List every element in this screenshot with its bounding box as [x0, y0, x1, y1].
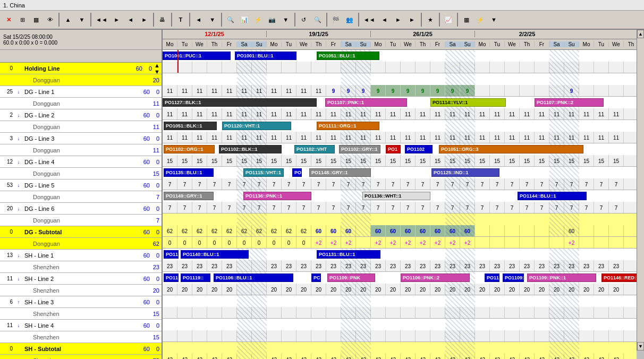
row-dg-line1-sub: Dongguan 11: [0, 98, 162, 109]
left-rows: 0 Holding Line 60 0 ▲▼ Dongguan 20 25 ↓ …: [0, 63, 162, 359]
search-button[interactable]: 🔍: [224, 12, 237, 27]
bar-po1109-s[interactable]: PO1109: [164, 273, 179, 282]
back3-button[interactable]: ◄: [378, 12, 391, 27]
up-button[interactable]: ▲: [62, 12, 74, 27]
gantt-scroll-area[interactable]: .wknd { background: repeating-linear-gra…: [163, 50, 637, 359]
grid-button[interactable]: ⊞: [16, 12, 29, 27]
bar-po1107-pnk2[interactable]: PO1107::PNK::2: [535, 98, 604, 107]
bar-po1107-pnk1[interactable]: PO1107::PNK::1: [325, 98, 407, 107]
bar-po11-s[interactable]: PO11: [485, 273, 499, 282]
row-dg-line2[interactable]: 2 ↓ DG - Line 2 60 0: [0, 109, 162, 121]
bar-po1119[interactable]: PO1119::: [181, 273, 210, 282]
bar-pc[interactable]: PC: [311, 273, 321, 282]
line-chart-button[interactable]: 📈: [442, 12, 455, 27]
bar-po1001-puc[interactable]: PO1001::PUC::1: [163, 52, 231, 60]
table-button[interactable]: ▦: [30, 12, 43, 27]
dropdown-button[interactable]: ▼: [206, 12, 219, 27]
down-button[interactable]: ▼: [75, 12, 88, 27]
bar-po1140-blu[interactable]: PO1140::BLU::1: [181, 250, 249, 259]
grid2-button[interactable]: ▦: [460, 12, 473, 27]
bar-po1106-pnk2[interactable]: PO1106::PNK::2: [401, 273, 470, 282]
bar-po1114-ylv[interactable]: PO1114::YLV::1: [430, 98, 506, 107]
bar-po1149-gry[interactable]: PO1149::GRY::1: [164, 192, 214, 200]
text-button[interactable]: T: [174, 12, 187, 27]
bar-po1106-blu[interactable]: PO1106::BLU::1: [214, 273, 293, 282]
fwd2-button[interactable]: ►: [392, 12, 405, 27]
row-dg-line5[interactable]: 53 ↓ DG - Line 5 60 0: [0, 180, 162, 191]
row-dg-line3[interactable]: 3 ↓ DG - Line 3 60 0: [0, 133, 162, 144]
back2-button[interactable]: ◄◄: [361, 12, 377, 27]
bar-po1102-gry[interactable]: PO1102::GRY::1: [339, 145, 380, 153]
bar-po1-red[interactable]: PO1: [386, 145, 401, 153]
row-sh-line3[interactable]: 6 ↑ SH - Line 3 60 0: [0, 296, 162, 308]
cam-dropdown[interactable]: ▼: [279, 12, 292, 27]
bar-po1051-org3[interactable]: PO1051::ORG::3: [439, 145, 583, 153]
main-container: Sat 15/2/25 08:00:00 60.0 x 0:00 x 0 = 0…: [0, 30, 644, 359]
row-sh-line2[interactable]: 11 ↓ SH - Line 2 60 0: [0, 273, 162, 285]
bar-po1135-blu[interactable]: PO1135::BLU::1: [164, 168, 214, 177]
bar-po-small[interactable]: PO: [292, 168, 302, 177]
star-button[interactable]: ★: [424, 12, 437, 27]
bar-po1115-vht[interactable]: PO1115::VHT::1: [243, 168, 284, 177]
row-holding-line[interactable]: 0 Holding Line 60 0 ▲▼: [0, 63, 162, 74]
step-forward-button[interactable]: ►: [111, 12, 123, 27]
bar-po1051-blk[interactable]: PO1051::BLK::1: [164, 122, 217, 130]
refresh-button[interactable]: ↺: [298, 12, 310, 27]
people-button[interactable]: 👥: [343, 12, 356, 27]
row-dg-line1[interactable]: 25 ↓ DG - Line 1 60 0: [0, 86, 162, 98]
sub-dg1: Dongguan: [22, 100, 134, 107]
more-dropdown[interactable]: ▼: [488, 12, 501, 27]
view-button[interactable]: 👁: [44, 12, 56, 27]
bar-po1109-pnk[interactable]: PO1109::PNK: [327, 273, 375, 282]
bar-po1051-blu[interactable]: PO1051::BLU::1: [317, 52, 379, 60]
row-dg-subtotal[interactable]: 0 DG - Subtotal 60 0: [0, 226, 162, 238]
bar-po1136-pnk[interactable]: PO1136::PNK::1: [243, 192, 311, 200]
fwd3-button[interactable]: ►: [406, 12, 419, 27]
row-sh-line1[interactable]: 13 ↓ SH - Line 1 60 0: [0, 250, 162, 261]
day-mo-5: Mo: [579, 41, 594, 47]
forward-button[interactable]: ►: [138, 12, 151, 27]
zoom-button[interactable]: 🔍: [311, 12, 324, 27]
day-th-5: Th: [624, 41, 637, 47]
filter-button[interactable]: ⚡: [252, 12, 265, 27]
bar-po1140-s[interactable]: PO1140: [164, 250, 179, 259]
vertical-scrollbar[interactable]: ▲ ▼: [637, 30, 644, 351]
camera-button[interactable]: 📷: [266, 12, 278, 27]
bar-po1102-blk[interactable]: PO1102::BLK::1: [219, 145, 282, 153]
bar-po1127-blk[interactable]: PO1127::BLK::1: [163, 98, 317, 107]
scroll-track[interactable]: [637, 38, 644, 342]
bar-po1001-blu[interactable]: PO1001::BLU::1: [235, 52, 296, 60]
bar-po1136-wht[interactable]: PO1136::WHT::1: [362, 192, 430, 200]
lightning-button[interactable]: ⚡: [474, 12, 487, 27]
bar-po1109-pnk1[interactable]: PO1109::PNK::1: [527, 273, 596, 282]
close-button[interactable]: ✕: [2, 12, 15, 27]
bar-po1102-b[interactable]: PO1102: [405, 145, 433, 153]
bar-po1146-red[interactable]: PO1146::RED::1: [601, 273, 637, 282]
print-button[interactable]: 🖶: [156, 12, 169, 27]
bar-row-dg1: [163, 73, 637, 85]
left-col-header: [0, 50, 162, 63]
scroll-btn-0[interactable]: ▲▼: [154, 63, 162, 75]
row-dg-line6[interactable]: 20 ↓ DG - Line 6 60 0: [0, 203, 162, 215]
bar-po1120-vht[interactable]: PO1120::VHT::1: [222, 122, 291, 130]
row-sh-subtotal[interactable]: 0 SH - Subtotal 60 0: [0, 343, 162, 355]
bar-po1111-org[interactable]: PO1111::ORG::1: [317, 122, 379, 130]
bar-po1102-vht[interactable]: PO1102::VHT: [294, 145, 335, 153]
skip-back2-button[interactable]: ◄: [124, 12, 137, 27]
bar-po1144-blu[interactable]: PO1144::BLU::1: [518, 192, 587, 200]
bar-po1148-gry[interactable]: PO1148::GRY::1: [309, 168, 371, 177]
skip-back-button[interactable]: ◄◄: [94, 12, 109, 27]
sep12: [457, 13, 458, 27]
bar-po1125-ind[interactable]: PO1125::IND::1: [431, 168, 499, 177]
flag-button[interactable]: 🏁: [329, 12, 342, 27]
chart-button[interactable]: 📊: [238, 12, 251, 27]
scroll-up[interactable]: ▲: [637, 30, 644, 38]
bar-po1102-org[interactable]: PO1102::ORG::1: [164, 145, 215, 153]
row-dg-line4[interactable]: 12 ↓ DG - Line 4 60 0: [0, 156, 162, 168]
bar-po1109-b[interactable]: PO1109::: [503, 273, 524, 282]
bar-po1131-blu[interactable]: PO1131::BLU::1: [317, 250, 380, 259]
scroll-down[interactable]: ▼: [637, 342, 644, 351]
left-arrow-button[interactable]: ◄: [192, 12, 205, 27]
row-sh-line4[interactable]: 11 ↓ SH - Line 4 60 0: [0, 320, 162, 331]
zero-1: 0: [151, 89, 162, 95]
